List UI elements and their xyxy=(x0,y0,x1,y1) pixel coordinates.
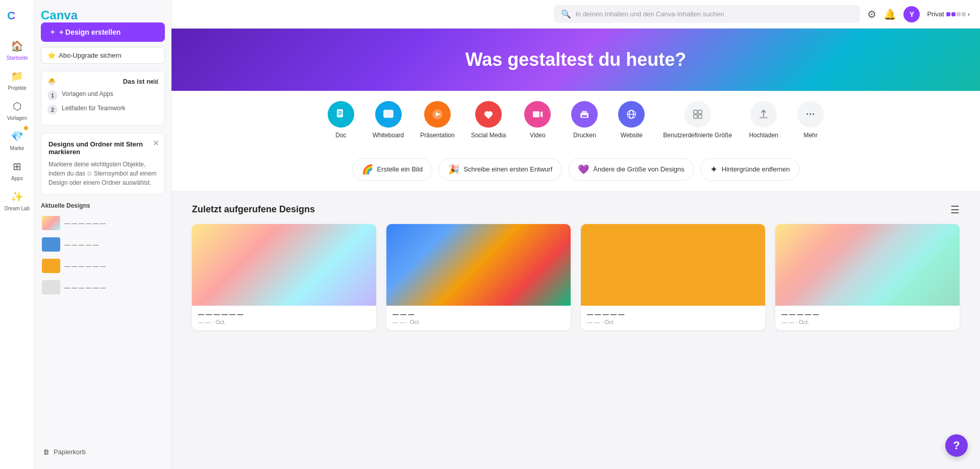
recent-name-3: — — — — — — xyxy=(64,263,106,269)
category-website[interactable]: Website xyxy=(616,101,647,140)
recent-design-item-2[interactable]: — — — — — xyxy=(41,235,165,254)
sidebar-item-dreamlab[interactable]: ✨ Dream Lab xyxy=(0,185,34,215)
quick-bild-label: Erstelle ein Bild xyxy=(377,165,423,173)
mehr-icon: ··· xyxy=(797,101,824,128)
svg-rect-17 xyxy=(694,110,697,114)
design-card-4[interactable]: — — — — — — — · Oct. xyxy=(775,224,960,330)
recent-design-item-4[interactable]: — — — — — — xyxy=(41,278,165,297)
design-thumb-4 xyxy=(775,224,960,306)
sidebar-item-apps[interactable]: ⊞ Apps xyxy=(0,155,34,185)
svg-rect-9 xyxy=(533,111,540,117)
news-box: 🐣 Das ist neu ✕ 1 Vorlagen und Apps 2 Le… xyxy=(41,71,165,126)
design-info-2: — — — — — · Oct. xyxy=(386,306,571,330)
privat-dot-4 xyxy=(962,12,966,16)
category-upload[interactable]: Hochladen xyxy=(748,101,779,140)
sidebar-item-templates[interactable]: ⬡ Vorlagen xyxy=(0,95,34,125)
svg-text:C: C xyxy=(7,9,15,22)
svg-marker-10 xyxy=(541,111,543,117)
quick-bild-button[interactable]: 🌈 Erstelle ein Bild xyxy=(352,158,433,181)
design-card-3[interactable]: — — — — — — — · Oct. xyxy=(581,224,765,330)
recent-designs-title: Aktuelle Designs xyxy=(41,202,165,209)
recent-design-item-1[interactable]: — — — — — — xyxy=(41,213,165,233)
upgrade-button[interactable]: ⭐ Abo-Upgrade sichern xyxy=(41,47,165,64)
category-social[interactable]: Social Media xyxy=(471,101,506,140)
help-button[interactable]: ? xyxy=(945,434,968,457)
main-content: 🔍 ⚙ 🔔 Y Privat › xyxy=(172,0,980,469)
left-panel: Canva ＋ + Design erstellen ⭐ Abo-Upgrade… xyxy=(35,0,172,469)
website-icon xyxy=(618,101,645,128)
recent-name-1: — — — — — — xyxy=(64,220,106,226)
privat-indicator xyxy=(946,12,966,16)
list-view-button[interactable]: ☰ xyxy=(950,204,960,216)
notifications-button[interactable]: 🔔 xyxy=(884,8,896,20)
recent-section-title: Zuletzt aufgerufene Designs xyxy=(192,204,315,215)
news-item-1-label: Vorlagen und Apps xyxy=(62,90,113,97)
sidebar-item-home[interactable]: 🏠 Startseite xyxy=(0,35,34,65)
svg-rect-4 xyxy=(338,114,341,115)
svg-rect-21 xyxy=(760,117,768,118)
topbar: 🔍 ⚙ 🔔 Y Privat › xyxy=(172,0,980,29)
category-drucken[interactable]: Drucken xyxy=(569,101,600,140)
search-input[interactable] xyxy=(575,10,853,18)
quick-hintergrund-button[interactable]: ✦ Hintergründe entfernen xyxy=(700,158,800,181)
recent-design-item-3[interactable]: — — — — — — xyxy=(41,256,165,276)
category-custom[interactable]: Benutzerdefinierte Größe xyxy=(663,101,732,140)
news-close-button[interactable]: ✕ xyxy=(153,77,159,86)
tip-text: Markiere deine wichtigsten Objekte, inde… xyxy=(48,160,157,187)
news-num-1: 1 xyxy=(47,90,58,101)
quick-hintergrund-label: Hintergründe entfernen xyxy=(722,165,790,173)
trash-button[interactable]: 🗑 Papierkorb xyxy=(41,443,165,461)
video-icon xyxy=(524,101,551,128)
svg-rect-2 xyxy=(338,111,341,112)
social-icon xyxy=(475,101,502,128)
svg-rect-3 xyxy=(338,113,342,114)
category-video[interactable]: Video xyxy=(522,101,553,140)
design-name-2: — — — xyxy=(393,311,565,318)
social-label: Social Media xyxy=(471,132,506,140)
canva-wordmark: Canva xyxy=(41,8,165,22)
sidebar-item-brand-wrap: 💎 Marke xyxy=(0,125,34,155)
home-icon: 🏠 xyxy=(10,39,24,53)
category-doc[interactable]: Doc xyxy=(326,101,356,140)
chevron-down-icon: › xyxy=(968,10,970,18)
news-item-1[interactable]: 1 Vorlagen und Apps xyxy=(47,90,158,101)
canva-logo[interactable]: C xyxy=(5,6,30,27)
sidebar-item-projects[interactable]: 📁 Projekte xyxy=(0,65,34,95)
svg-rect-12 xyxy=(582,111,587,114)
categories-section: Doc Whiteboard Präsentation Social Media… xyxy=(172,91,980,150)
privat-button[interactable]: Privat › xyxy=(927,10,970,18)
avatar[interactable]: Y xyxy=(903,6,920,22)
create-design-button[interactable]: ＋ + Design erstellen xyxy=(41,22,165,42)
svg-rect-13 xyxy=(582,115,587,117)
news-item-2[interactable]: 2 Leitfaden für Teamwork xyxy=(47,105,158,115)
category-praesentation[interactable]: Präsentation xyxy=(420,101,454,140)
brand-badge xyxy=(24,126,28,130)
sidebar-item-apps-label: Apps xyxy=(11,176,23,181)
design-card-1[interactable]: — — — — — — — — · Oct. xyxy=(192,224,376,330)
tip-close-button[interactable]: ✕ xyxy=(153,138,159,148)
sidebar-item-brand[interactable]: 💎 Marke xyxy=(0,125,34,155)
upload-icon xyxy=(750,101,777,128)
design-meta-4: — — · Oct. xyxy=(781,319,953,325)
quick-groesse-button[interactable]: 💜 Ändere die Größe von Designs xyxy=(568,158,694,181)
design-thumb-2 xyxy=(386,224,571,306)
trash-icon: 🗑 xyxy=(43,448,50,456)
sidebar-item-projects-wrap: 📁 Projekte xyxy=(0,65,34,95)
category-whiteboard[interactable]: Whiteboard xyxy=(373,101,404,140)
design-card-2[interactable]: — — — — — · Oct. xyxy=(386,224,571,330)
settings-button[interactable]: ⚙ xyxy=(867,8,876,20)
sidebar: C 🏠 Startseite 📁 Projekte ⬡ Vorlagen xyxy=(0,0,35,469)
custom-icon xyxy=(684,101,711,128)
category-mehr[interactable]: ··· Mehr xyxy=(795,101,826,140)
star-icon: ⭐ xyxy=(47,52,56,59)
quick-entwurf-button[interactable]: 🎉 Schreibe einen ersten Entwurf xyxy=(438,158,562,181)
svg-rect-19 xyxy=(694,115,697,118)
news-header: 🐣 Das ist neu ✕ xyxy=(47,78,158,85)
svg-rect-20 xyxy=(698,115,702,118)
recent-thumb-1 xyxy=(42,216,60,230)
recent-thumb-2 xyxy=(42,237,60,252)
doc-icon xyxy=(328,101,354,128)
projects-icon: 📁 xyxy=(10,69,24,83)
design-info-4: — — — — — — — · Oct. xyxy=(775,306,960,330)
website-label: Website xyxy=(621,132,643,140)
